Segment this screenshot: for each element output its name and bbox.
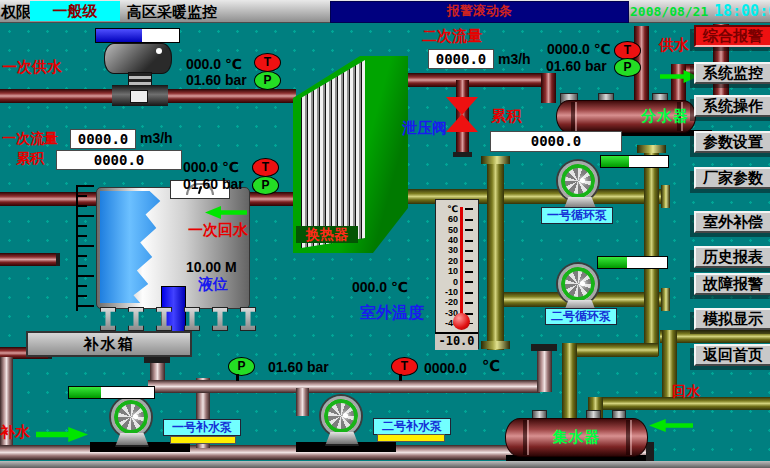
menu-button-fault-alarm[interactable]: 故障报警 — [694, 273, 770, 295]
alarm-ticker: 报警滚动条 — [330, 1, 629, 23]
primary-flow-unit: m3/h — [140, 130, 173, 146]
secondary-total-value: 0000.0 — [490, 131, 622, 152]
circ-pump2-icon[interactable] — [558, 264, 598, 304]
collector-manifold[interactable]: 集水器 — [505, 418, 648, 457]
thermometer-ticks — [465, 208, 473, 324]
return-temp-unit: ℃ — [482, 357, 500, 375]
thermo-unit: ℃ — [447, 204, 458, 214]
thermometer-reading: -10.0 — [435, 332, 478, 350]
valve-opening-gauge — [95, 28, 180, 43]
splitter-label: 分水器 — [557, 101, 695, 132]
thermometer-scale: ℃ 60 50 40 30 20 10 0 -10 -20 -30 -40 — [438, 204, 458, 328]
makeup-pump1-label[interactable]: 一号补水泵 — [163, 419, 241, 436]
pipe-makeup-upper — [148, 380, 540, 393]
secondary-supply-pres: 01.60 bar — [546, 58, 607, 74]
circ-pump1-gauge — [600, 155, 669, 168]
menu-button-system-monitor[interactable]: 系统监控 — [694, 62, 770, 84]
secondary-flow-unit: m3/h — [498, 51, 531, 67]
menu-button-factory-params[interactable]: 厂家参数 — [694, 167, 770, 189]
heat-exchanger-label: 换热器 — [296, 226, 358, 243]
bottom-frame — [0, 461, 770, 468]
makeup-pump2-base — [325, 432, 359, 446]
makeup-pres: 01.60 bar — [268, 359, 329, 375]
indicator-stem — [399, 374, 402, 381]
pressure-indicator: P — [614, 58, 641, 77]
pipe-splitter-inlet — [541, 73, 556, 103]
valve-actuator-icon[interactable] — [104, 43, 172, 74]
primary-supply-pres: 01.60 bar — [186, 72, 247, 88]
primary-flow-value: 0000.0 — [70, 129, 136, 149]
secondary-total-label: 累积 — [491, 107, 521, 126]
temp-indicator: T — [254, 53, 281, 72]
circ-pump1-icon[interactable] — [558, 161, 598, 201]
pipe-flange — [661, 185, 670, 208]
relief-valve-label: 泄压阀 — [402, 119, 447, 138]
pipe-flange — [637, 145, 666, 153]
circ-pump2-label[interactable]: 二号循环泵 — [545, 308, 617, 325]
page-title: 高区采暖监控 — [127, 3, 217, 22]
pipe-flange — [481, 156, 510, 164]
pipe-pump2-connector — [296, 388, 309, 416]
makeup-pump1-icon[interactable] — [111, 397, 151, 437]
menu-button-simulation-display[interactable]: 模拟显示 — [694, 308, 770, 330]
pressure-indicator: P — [254, 71, 281, 90]
thermo-tick: 60 — [448, 214, 458, 224]
circ-pump2-gauge — [597, 256, 668, 269]
zone-return-label: 回水 — [672, 383, 700, 401]
outdoor-thermometer: ℃ 60 50 40 30 20 10 0 -10 -20 -30 -40 -1… — [435, 199, 479, 349]
heat-exchanger[interactable]: 换热器 — [290, 52, 412, 255]
thermo-tick: 50 — [448, 225, 458, 235]
heat-exchanger-plates — [301, 58, 365, 250]
tank-level-value: 10.00 M — [186, 259, 237, 275]
menu-button-return-home[interactable]: 返回首页 — [694, 344, 770, 366]
makeup-tank-base: 补水箱 — [26, 331, 192, 357]
menu-button-outdoor-compensation[interactable]: 室外补偿 — [694, 211, 770, 233]
pipe-cap — [144, 356, 170, 363]
collector-label: 集水器 — [506, 419, 647, 456]
pipe-zone-supply-drop — [671, 64, 686, 103]
pipe-circ-left-riser — [487, 160, 504, 350]
thermometer-tube — [460, 207, 463, 327]
return-temp-value: 0000.0 — [424, 360, 467, 376]
makeup-pump2-label[interactable]: 二号补水泵 — [373, 418, 451, 435]
secondary-flow-value: 0000.0 — [428, 49, 494, 69]
pipe-flange — [661, 288, 670, 311]
valve-port — [130, 90, 148, 103]
primary-return-label: 一次回水 — [188, 221, 248, 240]
pipe-makeup-riser-b — [537, 350, 552, 392]
permission-level-badge: 一般级 — [30, 1, 120, 21]
pipe-collector-drop1 — [562, 343, 577, 421]
menu-button-parameter-setting[interactable]: 参数设置 — [694, 131, 770, 153]
primary-total-label: 累积 — [16, 150, 44, 168]
makeup-pump1-gauge — [68, 386, 155, 399]
primary-supply-label: 一次供水 — [2, 58, 62, 77]
menu-button-system-operation[interactable]: 系统操作 — [694, 95, 770, 117]
menu-button-history-report[interactable]: 历史报表 — [694, 246, 770, 268]
pipe-circ-right-riser — [644, 150, 659, 356]
thermo-tick: -20 — [445, 297, 458, 307]
date-display: 2008/08/21 — [630, 4, 708, 19]
hmi-screen: 分水器 集水器 换热器 泄压阀 补水箱 10.00 M 液位 ℃ 60 50 — [0, 0, 770, 468]
pressure-indicator: P — [252, 176, 279, 195]
primary-return-pres: 01.60 bar — [183, 176, 244, 192]
pipe-tank-stub-upper — [0, 253, 60, 266]
pipe-cap — [531, 344, 557, 351]
makeup-pump2-icon[interactable] — [321, 396, 361, 436]
makeup-pump1-underline — [170, 436, 236, 444]
circ-pump1-label[interactable]: 一号循环泵 — [541, 207, 613, 224]
zone-supply-label: 供水 — [659, 36, 689, 55]
temp-indicator: T — [252, 158, 279, 177]
primary-supply-temp: 000.0 ℃ — [186, 56, 242, 72]
secondary-flow-label: 二次流量 — [422, 27, 482, 46]
pipe-cap — [453, 152, 472, 157]
splitter-manifold[interactable]: 分水器 — [556, 100, 696, 133]
thermo-tick: 30 — [448, 245, 458, 255]
time-display: 18:00:0 — [714, 2, 770, 20]
primary-flow-label: 一次流量 — [2, 130, 58, 148]
pressure-indicator: P — [228, 357, 255, 376]
thermo-tick: 20 — [448, 256, 458, 266]
thermo-tick: 40 — [448, 235, 458, 245]
primary-total-value: 0000.0 — [56, 150, 182, 170]
thermo-tick: 0 — [453, 277, 458, 287]
menu-button-alarm-summary[interactable]: 综合报警 — [694, 25, 770, 47]
